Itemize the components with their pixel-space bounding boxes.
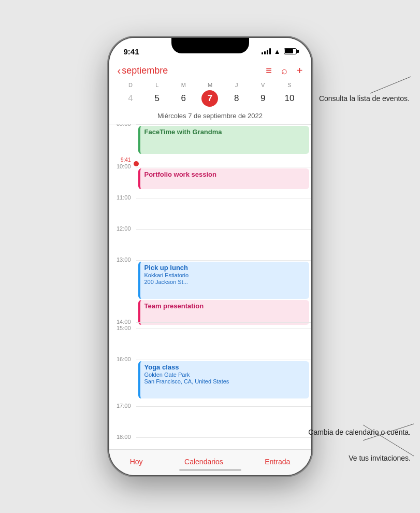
time-label-1700: 17:00 <box>109 403 136 409</box>
time-row-1300: 13:00 Pick up lunch Kokkari Estiatorio 2… <box>109 260 311 322</box>
weekday-col-tue[interactable]: M 6 <box>171 82 196 109</box>
time-area-current <box>136 161 311 167</box>
month-title: septiembre <box>122 65 168 76</box>
time-row-current: 9:41 <box>109 161 311 167</box>
timeline: 09:00 FaceTime with Grandma 9:41 <box>109 124 311 466</box>
weekday-num-6: 6 <box>175 90 192 107</box>
event-portfolio-title: Portfolio work session <box>144 170 305 178</box>
annotation-top-right-text: Consulta la lista de eventos. <box>319 94 410 103</box>
time-row-1700: 17:00 <box>109 406 311 437</box>
month-row: ‹ septiembre ≡ ⌕ + <box>118 61 303 80</box>
signal-bar-3 <box>267 50 268 54</box>
event-team-title: Team presentation <box>144 302 305 310</box>
event-pickup-subtitle1: Kokkari Estiatorio <box>144 272 305 278</box>
wifi-icon: ▲ <box>274 48 281 55</box>
weekday-col-wed[interactable]: M 7 <box>197 82 222 109</box>
calendar-header: ‹ septiembre ≡ ⌕ + D 4 L <box>109 61 311 124</box>
weekday-col-thu[interactable]: J 8 <box>224 82 249 109</box>
tab-today[interactable]: Hoy <box>122 453 151 470</box>
weekday-num-5: 5 <box>149 90 165 107</box>
date-subtitle: Miércoles 7 de septiembre de 2022 <box>118 110 303 124</box>
event-portfolio[interactable]: Portfolio work session <box>138 168 309 189</box>
time-area-1200 <box>136 229 311 260</box>
calendar-body[interactable]: 09:00 FaceTime with Grandma 9:41 <box>109 124 311 466</box>
event-yoga[interactable]: Yoga class Golden Gate Park San Francisc… <box>138 361 309 398</box>
time-row-1600: 16:00 Yoga class Golden Gate Park San Fr… <box>109 360 311 406</box>
time-row-0900: 09:00 FaceTime with Grandma <box>109 124 311 161</box>
tab-inbox[interactable]: Entrada <box>256 453 298 470</box>
event-yoga-title: Yoga class <box>144 363 305 371</box>
weekdays-row: D 4 L 5 M 6 M 7 <box>118 80 303 110</box>
weekday-label-mon: L <box>155 82 158 88</box>
event-pickup-title: Pick up lunch <box>144 264 305 272</box>
outer-container: 9:41 ▲ ‹ <box>0 0 420 513</box>
time-label-1200: 12:00 <box>109 225 136 232</box>
tab-calendars[interactable]: Calendarios <box>176 453 231 470</box>
weekday-num-4: 4 <box>122 90 139 107</box>
time-row-1400: 14:00 <box>109 322 311 329</box>
current-time-dot <box>134 161 139 166</box>
time-row-1200: 12:00 <box>109 229 311 260</box>
event-yoga-subtitle2: San Francisco, CA, United States <box>144 378 305 384</box>
time-area-1700 <box>136 406 311 437</box>
event-team[interactable]: Team presentation <box>138 300 309 325</box>
month-back-button[interactable]: ‹ septiembre <box>118 65 168 77</box>
weekday-col-sat[interactable]: S 10 <box>277 82 302 109</box>
event-facetime[interactable]: FaceTime with Grandma <box>138 126 309 154</box>
weekday-label-tue: M <box>181 82 186 88</box>
weekday-num-9: 9 <box>255 90 271 107</box>
time-label-1500: 15:00 <box>109 325 136 331</box>
event-yoga-subtitle1: Golden Gate Park <box>144 372 305 378</box>
time-area-1400 <box>136 322 311 327</box>
time-area-1500 <box>136 329 311 360</box>
time-area-1000: Portfolio work session <box>136 167 311 198</box>
weekday-num-8: 8 <box>228 90 245 107</box>
svg-line-0 <box>370 77 411 93</box>
status-time: 9:41 <box>124 47 139 56</box>
time-label-1800: 18:00 <box>109 434 136 440</box>
weekday-num-10: 10 <box>281 90 298 107</box>
phone-frame: 9:41 ▲ ‹ <box>109 38 311 475</box>
battery-icon <box>284 48 297 54</box>
annotation-bottom-right1-text: Cambia de calendario o cuenta. <box>308 428 411 436</box>
signal-icon <box>262 48 271 54</box>
add-event-icon[interactable]: + <box>297 65 303 77</box>
tab-bar: Hoy Calendarios Entrada <box>109 449 311 475</box>
header-actions: ≡ ⌕ + <box>266 65 302 77</box>
time-label-1100: 11:00 <box>109 194 136 201</box>
list-view-icon[interactable]: ≡ <box>266 65 272 77</box>
weekday-label-fri: V <box>261 82 265 88</box>
weekday-label-sun: D <box>128 82 133 88</box>
weekday-num-7-today: 7 <box>201 90 218 107</box>
time-area-1600: Yoga class Golden Gate Park San Francisc… <box>136 360 311 406</box>
search-icon[interactable]: ⌕ <box>281 65 287 77</box>
time-label-1000: 10:00 <box>109 163 136 169</box>
time-label-current: 9:41 <box>109 157 136 163</box>
weekday-label-wed: M <box>208 82 212 88</box>
weekday-label-thu: J <box>235 82 238 88</box>
battery-fill <box>285 49 294 53</box>
weekday-label-sat: S <box>287 82 291 88</box>
phone-wrapper: 9:41 ▲ ‹ <box>109 38 311 475</box>
current-time-indicator <box>136 161 139 166</box>
back-chevron-icon: ‹ <box>118 65 121 77</box>
time-label-1400: 14:00 <box>109 319 136 325</box>
notch <box>171 38 249 53</box>
time-row-1100: 11:00 <box>109 198 311 229</box>
time-area-0900: FaceTime with Grandma <box>136 124 311 161</box>
event-pickup[interactable]: Pick up lunch Kokkari Estiatorio 200 Jac… <box>138 262 309 299</box>
weekday-col-sun[interactable]: D 4 <box>118 82 143 109</box>
time-row-1500: 15:00 <box>109 329 311 360</box>
time-label-1300: 13:00 <box>109 256 136 263</box>
annotation-bottom-right2: Ve tus invitaciones. <box>349 453 411 464</box>
weekday-col-fri[interactable]: V 9 <box>251 82 276 109</box>
signal-bar-2 <box>264 51 266 54</box>
signal-bar-4 <box>269 48 271 54</box>
time-area-1300: Pick up lunch Kokkari Estiatorio 200 Jac… <box>136 260 311 322</box>
annotation-bottom-right2-text: Ve tus invitaciones. <box>349 454 411 462</box>
signal-bar-1 <box>262 52 263 54</box>
weekday-col-mon[interactable]: L 5 <box>144 82 169 109</box>
annotation-bottom-right1: Cambia de calendario o cuenta. <box>308 427 411 438</box>
event-facetime-title: FaceTime with Grandma <box>144 128 305 136</box>
home-indicator <box>179 469 241 471</box>
